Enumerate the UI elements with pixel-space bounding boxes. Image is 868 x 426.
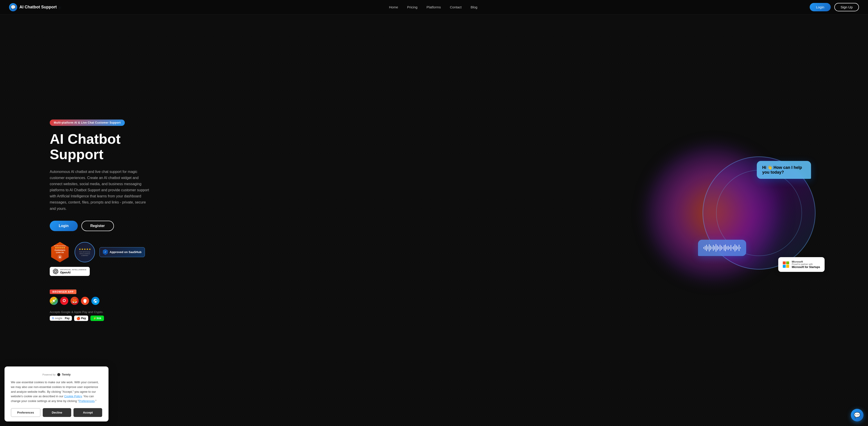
termly-label: Termly <box>62 373 70 376</box>
sourceforge-badge: SOURCEFORGE ★★★★★ CustomersLove Us ◆ <box>50 242 70 262</box>
svg-point-0 <box>53 300 55 302</box>
hero-visual: Hi 👋 How can I help you today? <box>693 147 825 279</box>
ai-company-badge: ★★★★★ TOP ARTIFICIALINTELLIGENCECOMPANY <box>74 242 95 262</box>
hero-register-button[interactable]: Register <box>81 221 114 231</box>
chat-ring: Hi 👋 How can I help you today? <box>693 147 825 279</box>
navbar: 💬 AI Chatbot Support Home Pricing Platfo… <box>0 0 868 15</box>
waveform-visualization <box>704 244 741 252</box>
navbar-actions: Login Sign Up <box>810 3 859 11</box>
saashub-badge: ✓ Approved on SaaSHub <box>99 247 145 257</box>
hero-description: Autonomous AI chatbot and live chat supp… <box>50 169 149 211</box>
powered-by-label: Powered by <box>42 373 56 376</box>
cookie-description: We use essential cookies to make our sit… <box>11 380 102 404</box>
openai-logo-icon <box>53 269 58 274</box>
svg-point-1 <box>57 373 60 376</box>
chat-widget-button[interactable]: 💬 <box>851 409 864 422</box>
nav-item-contact[interactable]: Contact <box>450 5 462 9</box>
chrome-icon <box>50 297 58 305</box>
saashub-shield-icon: ✓ <box>103 249 108 255</box>
accept-button[interactable]: Accept <box>73 408 102 417</box>
cookie-consent-banner: Powered by Termly We use essential cooki… <box>4 367 108 422</box>
apple-pay-badge: 🍎 Pay <box>74 316 88 321</box>
opera-icon: O <box>60 297 68 305</box>
browser-icons-row: O 🦊 <box>50 297 149 305</box>
google-pay-badge: Google Pay <box>50 316 72 321</box>
preferences-link[interactable]: Preferences <box>79 399 94 403</box>
brave-icon <box>81 297 89 305</box>
browser-app-badge: BROWSER APP <box>50 289 76 294</box>
nav-item-pricing[interactable]: Pricing <box>407 5 417 9</box>
navbar-brand-text: AI Chatbot Support <box>20 5 57 9</box>
trust-badges-row: SOURCEFORGE ★★★★★ CustomersLove Us ◆ ★★★… <box>50 242 149 276</box>
logo-icon: 💬 <box>9 3 17 11</box>
payment-text: Accepts Google & Apple Pay and Crypto. <box>50 310 149 314</box>
nav-signup-button[interactable]: Sign Up <box>834 3 859 11</box>
hero-badge: Multi-platform AI & Live Chat Customer S… <box>50 119 125 126</box>
navbar-nav: Home Pricing Platforms Contact Blog <box>389 5 477 9</box>
hero-section: Multi-platform AI & Live Chat Customer S… <box>0 0 868 426</box>
nav-item-home[interactable]: Home <box>389 5 398 9</box>
hero-login-button[interactable]: Login <box>50 221 78 231</box>
navbar-logo[interactable]: 💬 AI Chatbot Support <box>9 3 57 11</box>
chat-bubble-text: Hi 👋 How can I help you today? <box>762 165 802 174</box>
chat-bubble-greeting: Hi 👋 How can I help you today? <box>757 161 811 179</box>
firefox-icon: 🦊 <box>70 297 79 305</box>
hero-buttons: Login Register <box>50 221 149 231</box>
nav-item-platforms[interactable]: Platforms <box>427 5 441 9</box>
link-pay-badge: ⚡link <box>90 316 104 321</box>
cookie-buttons: Preferences Decline Accept <box>11 408 102 417</box>
microsoft-partner-text: Microsoft for Startups <box>792 265 820 269</box>
microsoft-label: Microsoft <box>792 260 820 263</box>
nav-item-blog[interactable]: Blog <box>471 5 477 9</box>
microsoft-partner-badge: Microsoft Proud to partner with Microsof… <box>778 257 825 272</box>
cookie-policy-link[interactable]: Cookie Policy <box>64 395 82 398</box>
edge-icon <box>91 297 99 305</box>
preferences-button[interactable]: Preferences <box>11 408 40 417</box>
chat-bubble-waveform <box>698 240 746 256</box>
cookie-powered-by: Powered by Termly <box>11 373 102 376</box>
microsoft-proud-text: Proud to partner with <box>792 263 820 265</box>
hero-content: Multi-platform AI & Live Chat Customer S… <box>0 102 176 339</box>
payment-section: Accepts Google & Apple Pay and Crypto. G… <box>50 310 149 321</box>
termly-logo-icon <box>57 373 61 376</box>
nav-login-button[interactable]: Login <box>810 3 831 11</box>
payment-badges: Google Pay 🍎 Pay ⚡link <box>50 316 149 321</box>
saashub-label: Approved on SaaSHub <box>110 250 142 254</box>
decline-button[interactable]: Decline <box>43 408 71 417</box>
hero-title: AI Chatbot Support <box>50 131 149 162</box>
browser-section: BROWSER APP O 🦊 <box>50 289 149 305</box>
microsoft-logo-icon <box>783 261 789 268</box>
openai-badge: ARTIFICIAL INTELLIGENCE OpenAI <box>50 267 90 276</box>
